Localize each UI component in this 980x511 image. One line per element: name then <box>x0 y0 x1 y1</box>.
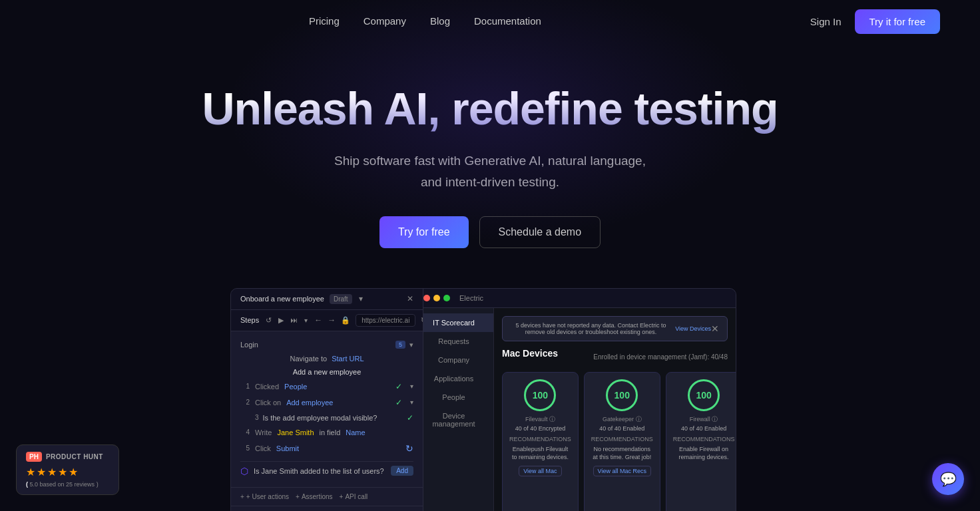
ph-title: PRODUCT HUNT <box>46 453 103 460</box>
nav-right: Sign In Try it for free <box>810 9 940 34</box>
step-value-2: Add employee <box>286 399 333 407</box>
nav-link-blog[interactable]: Blog <box>430 15 450 27</box>
hero-subtext: Ship software fast with Generative AI, n… <box>284 150 696 192</box>
step-5: 5 Click Submit ↻ <box>240 440 413 457</box>
step-action-4: Write <box>255 428 272 436</box>
login-step: Login 5 ▾ <box>240 338 413 352</box>
nav-people[interactable]: People <box>414 388 493 407</box>
expand-icon-1[interactable]: ▾ <box>410 383 413 390</box>
user-actions-tag[interactable]: + + User actions <box>240 493 289 500</box>
add-employee-header: Add a new employee <box>240 365 413 379</box>
firewall-label: Firewall ⓘ <box>673 415 735 424</box>
close-dot <box>423 295 430 301</box>
browser-panel: Electric IT Scorecard Requests Company A… <box>413 288 736 511</box>
product-hunt-badge[interactable]: PH PRODUCT HUNT ★ ★ ★ ★ ★ ( 5.0 based on… <box>16 444 119 495</box>
plus-icon-1: + <box>240 493 244 500</box>
nav-applications[interactable]: Applications <box>414 369 493 388</box>
step-check-2: ✓ <box>395 398 402 407</box>
step-value-5: Submit <box>276 444 299 452</box>
filevault-rec: Recommendations Enablepush Filevault to … <box>509 436 571 462</box>
nav-link-documentation[interactable]: Documentation <box>474 15 541 27</box>
chat-icon: 💬 <box>940 471 957 487</box>
fullscreen-dot <box>443 295 450 301</box>
product-screenshot-container: Onboard a new employee Draft ▾ ✕ Steps ↺… <box>230 288 750 511</box>
star-4: ★ <box>58 466 67 478</box>
tab-name: Onboard a new employee <box>240 295 324 303</box>
hero-heading: Unleash AI, redefine testing <box>13 83 967 134</box>
try-free-hero-button[interactable]: Try for free <box>379 216 469 248</box>
ph-close-paren: ) <box>97 481 99 488</box>
browser-header: Electric <box>414 289 736 308</box>
nav-link-pricing[interactable]: Pricing <box>309 15 340 27</box>
banner-close-1[interactable]: ✕ <box>711 323 719 334</box>
fast-forward-icon[interactable]: ⏭ <box>290 316 298 324</box>
mac-title: Mac Devices <box>502 348 558 359</box>
toolbar-right: ← → 🔒 https://electric.ai ↻ ⓘ Browser Lo… <box>314 314 423 327</box>
gatekeeper-view-all[interactable]: View all Mac Recs <box>593 466 651 476</box>
nav-device-management[interactable]: Device management <box>414 407 493 433</box>
assertions-tag[interactable]: + Assertions <box>296 493 333 500</box>
app-sidebar: IT Scorecard Requests Company Applicatio… <box>414 308 494 511</box>
view-devices-link-1[interactable]: View Devices <box>675 325 711 332</box>
ph-rating: ( <box>26 481 28 488</box>
navbar: relicx Pricing Company Blog Documentatio… <box>0 0 980 43</box>
electric-app-content: IT Scorecard Requests Company Applicatio… <box>414 308 736 511</box>
api-call-tag[interactable]: + API call <box>340 493 368 500</box>
nav-it-scorecard[interactable]: IT Scorecard <box>414 313 493 332</box>
gatekeeper-rec: Recommendations No recommendations at th… <box>591 436 653 462</box>
chevron-icon: ▾ <box>304 317 308 324</box>
ph-badge-header: PH PRODUCT HUNT <box>26 452 109 462</box>
nav-links: Pricing Company Blog Documentation <box>309 15 541 27</box>
firewall-card: 100 Firewall ⓘ 40 of 40 Enabled Recommen… <box>666 372 736 511</box>
firewall-sub: 40 of 40 Enabled <box>673 425 735 432</box>
step-action-2: Click on <box>255 399 281 407</box>
reload-icon[interactable]: ↻ <box>421 316 423 325</box>
step-check-1: ✓ <box>395 382 402 391</box>
arrow-right-icon[interactable]: → <box>328 315 336 325</box>
ph-based-on: based on 25 reviews <box>40 481 95 488</box>
step-3: 3 Is the add employee modal visible? ✓ <box>240 411 413 425</box>
expand-icon-2[interactable]: ▾ <box>410 399 413 406</box>
nav-requests[interactable]: Requests <box>414 332 493 351</box>
final-question-text: Is Jane Smith added to the list of users… <box>254 467 384 475</box>
play-icon[interactable]: ▶ <box>278 316 284 325</box>
test-steps-panel: Onboard a new employee Draft ▾ ✕ Steps ↺… <box>230 288 423 511</box>
firewall-circle: 100 <box>688 379 720 411</box>
gatekeeper-card: 100 Gatekeeper ⓘ 40 of 40 Enabled Recomm… <box>584 372 660 511</box>
draft-badge: Draft <box>330 294 352 304</box>
gatekeeper-label: Gatekeeper ⓘ <box>591 415 653 424</box>
step-num-1: 1 <box>240 383 250 390</box>
ph-rating-value: 5.0 <box>30 481 39 488</box>
steps-section: Login 5 ▾ Navigate to Start URL Add a ne… <box>231 331 423 487</box>
chevron-down-icon: ▾ <box>359 294 363 303</box>
arrow-left-icon[interactable]: ← <box>314 315 322 325</box>
chat-widget[interactable]: 💬 <box>932 463 964 495</box>
schedule-demo-button[interactable]: Schedule a demo <box>479 216 601 248</box>
chevron-icon-login: ▾ <box>409 341 413 349</box>
filevault-view-all[interactable]: View all Mac <box>519 466 561 476</box>
nav-company[interactable]: Company <box>414 351 493 369</box>
nav-link-company[interactable]: Company <box>364 15 406 27</box>
banner-text-1: 5 devices have not reported any data. Co… <box>511 322 671 335</box>
sign-in-link[interactable]: Sign In <box>810 16 842 27</box>
panel-header: Onboard a new employee Draft ▾ ✕ <box>231 289 423 310</box>
metrics-grid: 100 Filevault ⓘ 40 of 40 Encrypted Recom… <box>502 372 728 511</box>
navigate-step: Navigate to Start URL <box>240 352 413 365</box>
star-3: ★ <box>47 466 57 478</box>
step-num-2: 2 <box>240 399 250 406</box>
star-1: ★ <box>26 466 35 478</box>
panel-toolbar: Steps ↺ ▶ ⏭ ▾ ← → 🔒 https://electric.ai … <box>231 310 423 331</box>
close-icon[interactable]: ✕ <box>407 294 413 303</box>
copilot-section: Copilot ▾ 👤 Add a new employee ⚙ Analyzi… <box>231 506 423 511</box>
add-button[interactable]: Add <box>391 466 413 476</box>
action-row: + + User actions + Assertions + API call <box>231 487 423 506</box>
step-num-5: 5 <box>240 444 250 452</box>
step-action-5: Click <box>255 444 271 452</box>
try-it-free-nav-button[interactable]: Try it for free <box>855 9 940 34</box>
step-4: 4 Write Jane Smith in field Name <box>240 425 413 440</box>
step-num-4: 4 <box>240 428 250 436</box>
url-bar[interactable]: https://electric.ai <box>356 314 415 327</box>
refresh-icon[interactable]: ↺ <box>266 316 272 325</box>
ph-review-text: ( 5.0 based on 25 reviews ) <box>26 481 109 488</box>
browser-app-title: Electric <box>459 294 483 302</box>
